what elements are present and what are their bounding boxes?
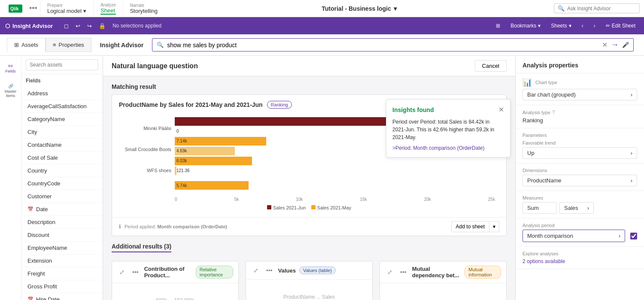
bar-label-0: Minnki Päälsi <box>119 118 175 138</box>
period-info-icon: ℹ <box>119 224 121 230</box>
nav-search-input[interactable] <box>567 6 636 12</box>
card-title-2: Mutual dependency bet... <box>412 266 462 279</box>
toolbar-forward-btn[interactable]: ↪ <box>85 21 94 31</box>
prop-section-chart-type: 📊 Chart type Bar chart (grouped) › <box>516 73 644 105</box>
bar-label-2: WFS shoes <box>119 161 175 180</box>
insights-close-btn[interactable]: ✕ <box>498 106 504 114</box>
toolbar-selections: No selections applied <box>112 23 488 29</box>
card-more-btn-0[interactable]: ••• <box>130 267 141 277</box>
toolbar-edit-sheet-btn[interactable]: ✏ Edit Sheet <box>602 21 639 30</box>
card-more-btn-2[interactable]: ••• <box>398 267 409 277</box>
nav-app-title[interactable]: Tutorial - Business logic ▾ <box>322 5 397 12</box>
tab-properties[interactable]: ≡ Properties <box>46 38 91 52</box>
sidebar-item-cost-of-sale[interactable]: Cost of Sale <box>21 152 103 164</box>
measures-label: Measures <box>522 195 637 200</box>
insights-link[interactable]: >Period: Month comparison (OrderDate) <box>392 145 484 151</box>
ranking-badge: Ranking <box>267 101 292 109</box>
bar-row-2: 6.03k 121.36 <box>175 156 495 176</box>
chart-type-select[interactable]: Bar chart (grouped) › <box>522 89 637 100</box>
insights-title: Insights found <box>392 106 434 113</box>
sidebar-item-description[interactable]: Description <box>21 216 103 229</box>
sidebar-item-address[interactable]: Address <box>21 87 103 100</box>
nav-narrate-sub: Narrate <box>130 3 158 8</box>
toolbar-prev-btn[interactable]: ‹ <box>578 21 587 30</box>
nav-analyze-sub: Analyze <box>100 3 116 7</box>
card-expand-btn-2[interactable]: ⤢ <box>385 267 395 277</box>
sidebar-item-hire-date[interactable]: 📅 Hire Date <box>21 293 103 300</box>
toolbar-selection-btn[interactable]: ◻ <box>61 21 71 31</box>
svg-text:Qlik: Qlik <box>10 6 19 11</box>
sidebar-icons: ≡≡ Fields 🔗 Master items <box>0 56 21 300</box>
result-card-header-2: ⤢ ••• Mutual dependency bet... Mutual in… <box>380 261 506 283</box>
sidebar-fields-btn[interactable]: ≡≡ Fields <box>2 60 19 77</box>
result-card-contribution: ⤢ ••• Contribution of Product... Relativ… <box>112 261 239 300</box>
sidebar-item-city[interactable]: City <box>21 126 103 139</box>
sidebar-item-category[interactable]: CategoryName <box>21 113 103 126</box>
prop-section-dimensions: Dimensions ProductName › <box>516 164 644 191</box>
sidebar-item-gross-profit[interactable]: Gross Profit <box>21 280 103 293</box>
favorable-trend-select[interactable]: Up › <box>522 147 637 159</box>
analysis-type-info-icon[interactable]: ? <box>552 109 555 115</box>
sidebar-section-title: Fields <box>21 74 103 87</box>
toolbar-next-btn[interactable]: › <box>590 21 599 30</box>
explore-link[interactable]: 2 options available <box>522 258 565 264</box>
search-input-wrap[interactable]: 🔍 ✕ → 🎤 <box>152 38 634 52</box>
add-sheet-arrow-btn[interactable]: ▾ <box>489 221 499 232</box>
dimensions-select[interactable]: ProductName › <box>522 175 637 186</box>
sidebar-item-employee-name[interactable]: EmployeeName <box>21 242 103 255</box>
toolbar-bookmarks-btn[interactable]: Bookmarks ▾ <box>507 21 544 30</box>
insight-advisor-label: Insight Advisor <box>100 42 143 48</box>
toolbar-lock-btn[interactable]: 🔒 <box>96 21 108 31</box>
nav-prepare[interactable]: Prepare Logical model ▾ <box>40 0 93 17</box>
add-to-sheet-btn: Add to sheet ▾ <box>451 221 499 232</box>
sidebar-item-customer[interactable]: Customer <box>21 190 103 203</box>
nav-more-btn[interactable]: ••• <box>27 4 40 13</box>
additional-results: Additional results (3) ⤢ ••• Contributio… <box>112 243 507 300</box>
toolbar-back-btn[interactable]: ↩ <box>73 21 83 31</box>
card-expand-btn-0[interactable]: ⤢ <box>117 267 127 277</box>
sidebar-item-avg-call[interactable]: AverageCallSatisfaction <box>21 100 103 113</box>
result-card-header-0: ⤢ ••• Contribution of Product... Relativ… <box>112 261 238 283</box>
toolbar-grid-btn[interactable]: ⊞ <box>492 21 504 30</box>
mic-btn[interactable]: 🎤 <box>622 42 629 48</box>
analysis-header: Natural language question Cancel <box>103 56 515 76</box>
toolbar-brand: ⬡ Insight Advisor <box>5 23 53 29</box>
cancel-btn[interactable]: Cancel <box>475 60 507 72</box>
analysis-period-select[interactable]: Month comparison › <box>522 230 625 242</box>
calendar-icon: 📅 <box>27 206 33 212</box>
nav-ask-insight[interactable]: 🔍 <box>554 3 640 13</box>
sidebar-item-country-code[interactable]: CountryCode <box>21 177 103 190</box>
sidebar-item-freight[interactable]: Freight <box>21 267 103 280</box>
measures-sales-select[interactable]: Sales › <box>559 202 594 214</box>
toolbar-sheets-btn[interactable]: Sheets ▾ <box>547 21 574 30</box>
sidebar-item-extension[interactable]: Extension <box>21 255 103 267</box>
search-input[interactable] <box>167 42 598 48</box>
search-submit-btn[interactable]: → <box>611 40 619 49</box>
search-icon: 🔍 <box>157 42 164 48</box>
card-expand-btn-1[interactable]: ⤢ <box>251 266 261 275</box>
main-layout: ≡≡ Fields 🔗 Master items Fields Address <box>0 56 644 300</box>
clear-search-btn[interactable]: ✕ <box>602 41 608 49</box>
measures-sum-select[interactable]: Sum <box>522 202 557 214</box>
nav-narrate[interactable]: Narrate Storytelling <box>123 0 164 17</box>
top-nav: Qlik ••• Prepare Logical model ▾ Analyze… <box>0 0 644 17</box>
toolbar-actions: ◻ ↩ ↪ 🔒 <box>61 21 108 31</box>
nav-analyze[interactable]: Analyze Sheet <box>93 0 123 17</box>
explore-label: Explore analyses <box>522 251 637 256</box>
tab-assets[interactable]: ⊞ Assets <box>7 38 46 52</box>
add-sheet-main-btn[interactable]: Add to sheet <box>451 221 489 232</box>
sidebar-item-date[interactable]: 📅 Date <box>21 203 103 216</box>
card-more-btn-1[interactable]: ••• <box>264 266 275 275</box>
assets-icon: ⊞ <box>14 42 19 48</box>
sidebar-item-contact[interactable]: ContactName <box>21 139 103 152</box>
nav-logo: Qlik <box>4 4 27 13</box>
analysis-type-value: Ranking <box>522 117 637 124</box>
search-assets-input[interactable] <box>26 59 98 70</box>
sidebar-master-items-btn[interactable]: 🔗 Master items <box>0 80 21 101</box>
analysis-period-checkbox[interactable] <box>630 233 637 239</box>
sidebar-item-country[interactable]: Country <box>21 164 103 177</box>
sidebar-inner: ≡≡ Fields 🔗 Master items Fields Address <box>0 56 103 300</box>
right-panel-title: Analysis properties <box>516 56 644 73</box>
sidebar-item-discount[interactable]: Discount <box>21 229 103 242</box>
analysis-period-label: Analysis period <box>522 223 637 228</box>
